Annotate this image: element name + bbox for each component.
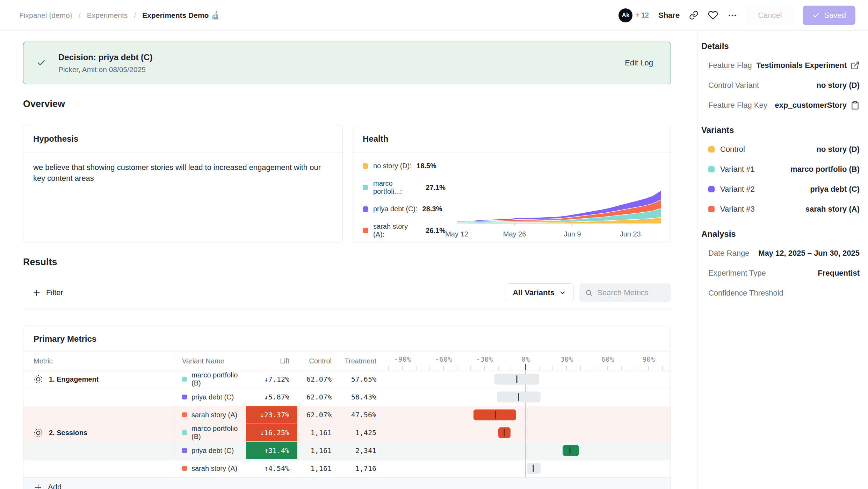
confidence-interval-bar [563,445,579,456]
all-variants-dropdown[interactable]: All Variants [505,283,574,302]
cancel-button[interactable]: Cancel [747,6,793,25]
detail-value: May 12, 2025 – Jun 30, 2025 [758,249,860,258]
column-control: Control [297,352,336,370]
avatar[interactable]: Ak [619,8,632,22]
legend-label: no story (D): [373,162,412,170]
variant-name: sarah story (A) [191,465,237,473]
legend-swatch [363,163,368,169]
variant-label: Variant #2 [720,185,810,194]
variant-value: no story (D) [817,145,860,154]
control-cell: 62.07% [297,406,336,424]
control-cell: 1,161 [297,442,336,459]
variant-swatch [182,412,187,417]
overview-heading: Overview [23,99,671,109]
axis-minor-tick [594,366,594,370]
zero-line [525,406,526,424]
favorite-heart-icon[interactable] [708,10,718,20]
search-metrics-input[interactable] [597,288,665,297]
table-row[interactable]: sarah story (A) ↑4.54% 1,161 1,716 [23,460,671,477]
point-estimate-mark [518,393,519,401]
lift-cell: ↑31.4% [246,442,297,459]
table-row[interactable]: 2. Sessions marco portfolio (B) ↓16.25% … [23,424,671,442]
main-panel: Decision: priya debt (C) Picker, Amit on… [0,31,697,489]
variant-swatch [182,448,187,453]
copy-to-clipboard-icon[interactable] [851,101,860,110]
metrics-table-header: Metric Variant Name Lift Control Treatme… [23,352,671,370]
point-estimate-mark [495,411,496,419]
confidence-interval-cell [381,424,671,441]
confidence-interval-bar [527,463,541,474]
lift-cell: ↓16.25% [246,424,297,441]
axis-minor-tick [635,366,635,370]
variant-label: Variant #1 [720,165,790,174]
variants-rows: Control no story (D) Variant #1 marco po… [701,139,860,219]
variant-label: Control [720,145,817,154]
table-row[interactable]: priya debt (C) ↓5.87% 62.07% 58.43% [23,388,671,406]
health-body: no story (D): 18.5% marco portfoli...: 2… [353,153,671,242]
variant-name: priya debt (C) [191,393,234,401]
detail-label: Feature Flag [708,61,756,70]
overview-cards: Hypothesis we believe that showing custo… [23,125,671,242]
variant-cell: priya debt (C) [174,388,246,406]
hypothesis-card: Hypothesis we believe that showing custo… [23,125,343,242]
point-estimate-mark [570,447,571,454]
legend-label: sarah story (A): [373,222,421,239]
treatment-cell: 1,716 [336,460,381,477]
detail-label: Feature Flag Key [708,101,775,110]
legend-label: marco portfoli...: [373,179,421,196]
control-cell: 62.07% [297,370,336,388]
details-rows: Feature Flag Testimonials Experiment Con… [701,55,860,115]
lift-cell: ↓5.87% [246,388,297,406]
detail-value: Testimonials Experiment [756,61,847,70]
saved-button[interactable]: Saved [803,6,855,25]
breadcrumb-item[interactable]: Fixpanel {demo} [19,11,72,20]
confidence-interval-cell [381,406,671,424]
external-link-icon[interactable] [851,61,860,70]
results-divider [23,310,671,310]
breadcrumb-item[interactable]: Experiments Demo 🔬 [142,11,220,20]
confidence-interval-cell [381,442,671,459]
add-filter-button[interactable]: Filter [32,288,63,297]
chevron-down-icon [559,289,566,296]
share-button[interactable]: Share [658,11,680,20]
metric-cell [23,460,174,477]
confidence-interval-cell [381,370,671,388]
decision-text: Decision: priya debt (C) Picker, Amit on… [58,52,625,74]
treatment-cell: 58.43% [336,388,381,406]
saved-label: Saved [824,11,846,20]
detail-label: Date Range [708,249,758,258]
breadcrumb-item[interactable]: Experiments [87,11,128,20]
confidence-interval-cell [381,460,671,477]
variant-swatch [708,146,715,153]
more-options-icon[interactable] [728,10,737,20]
edit-log-button[interactable]: Edit Log [625,58,653,68]
collaborators: Ak + 12 [619,8,649,22]
content: Decision: priya debt (C) Picker, Amit on… [0,31,868,489]
table-row[interactable]: 1. Engagement marco portfolio (B) ↓7.12%… [23,370,671,388]
legend-swatch [363,228,368,233]
variant-value: marco portfolio (B) [790,165,860,174]
detail-row: Date Range May 12, 2025 – Jun 30, 2025 [701,243,860,263]
metric-cell [23,442,174,459]
health-legend-item: priya debt (C): 28.3% [363,205,446,213]
all-variants-label: All Variants [513,288,555,297]
treatment-cell: 1,425 [336,424,381,441]
variant-value: priya debt (C) [810,185,860,194]
health-title: Health [353,125,671,153]
control-cell: 1,161 [297,460,336,477]
legend-value: 18.5% [417,162,436,170]
table-row[interactable]: priya debt (C) ↑31.4% 1,161 2,341 [23,442,671,460]
collaborators-count[interactable]: + 12 [635,11,649,19]
copy-link-icon[interactable] [689,10,699,20]
add-metric-button[interactable]: Add [23,477,671,489]
x-axis-tick-label: Jun 9 [564,230,581,238]
details-sidebar: Details Feature Flag Testimonials Experi… [697,31,868,489]
point-estimate-mark [504,429,505,437]
metric-cell: 1. Engagement [23,370,174,388]
health-chart-x-axis: May 12May 26Jun 9Jun 23 [457,227,661,237]
analysis-section: Analysis Date Range May 12, 2025 – Jun 3… [701,229,860,303]
table-row[interactable]: sarah story (A) ↓23.37% 62.07% 47.56% [23,406,671,424]
variant-swatch [708,166,715,172]
primary-metrics-card: Primary Metrics Metric Variant Name Lift… [23,326,671,489]
x-axis-tick-label: May 26 [503,230,526,238]
